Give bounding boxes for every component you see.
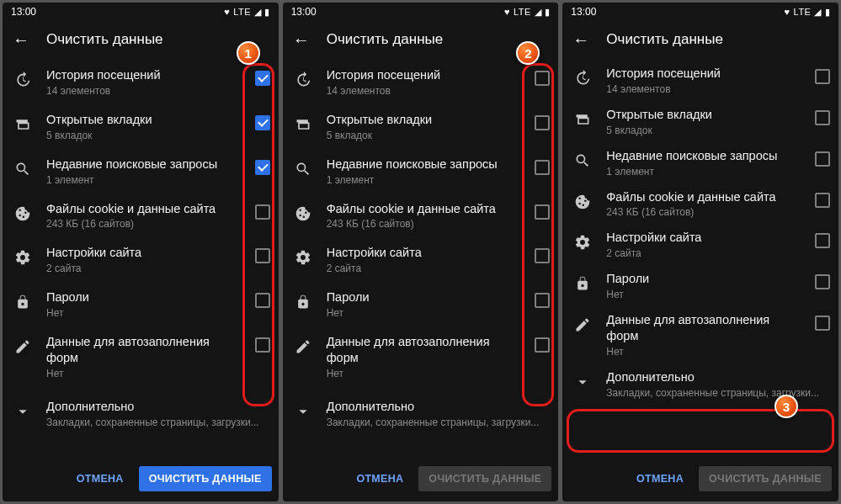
checkbox-tabs[interactable] (255, 115, 270, 130)
row-passwords[interactable]: ПаролиНет (283, 282, 559, 326)
edit-icon (13, 337, 33, 357)
row-autofill[interactable]: Данные для автозаполнения формНет (562, 306, 838, 363)
checkbox-autofill[interactable] (815, 316, 830, 331)
screen-3: 13:00 ♥ LTE ◢ ▮ ← Очистить данные Истори… (562, 3, 838, 501)
row-site-settings[interactable]: Настройки сайта2 сайта (3, 237, 279, 282)
expand-icon (13, 401, 33, 422)
cancel-button[interactable]: ОТМЕНА (346, 466, 413, 491)
row-title: История посещений (46, 67, 242, 83)
history-icon (572, 68, 593, 88)
checkbox-site-settings[interactable] (255, 248, 270, 263)
checkbox-cookies[interactable] (255, 204, 270, 220)
cancel-button[interactable]: ОТМЕНА (626, 466, 694, 491)
checkbox-passwords[interactable] (255, 293, 270, 308)
back-icon[interactable]: ← (572, 31, 589, 48)
screen-2: 13:00 ♥ LTE ◢ ▮ ← Очистить данные Истори… (283, 3, 559, 501)
status-icons: ♥ LTE ◢ ▮ (224, 7, 269, 18)
back-icon[interactable]: ← (293, 31, 310, 48)
page-title: Очистить данные (327, 31, 444, 48)
row-site-settings[interactable]: Настройки сайта2 сайта (562, 224, 838, 265)
checkbox-search[interactable] (815, 151, 830, 167)
gear-icon (293, 247, 313, 268)
checkbox-autofill[interactable] (255, 337, 270, 353)
row-cookies[interactable]: Файлы cookie и данные сайта243 КБ (16 са… (3, 194, 279, 238)
cookie-icon (13, 204, 33, 224)
page-title: Очистить данные (606, 31, 723, 48)
status-time: 13:00 (291, 6, 317, 18)
settings-list: История посещений14 элементов Открытые в… (283, 58, 559, 456)
lock-icon (572, 273, 593, 294)
checkbox-tabs[interactable] (815, 110, 830, 125)
row-tabs[interactable]: Открытые вкладки5 вкладок (562, 101, 838, 142)
expand-icon (572, 372, 593, 392)
tabs-icon (293, 114, 313, 135)
status-time: 13:00 (11, 6, 36, 18)
checkbox-passwords[interactable] (535, 293, 550, 308)
row-tabs[interactable]: Открытые вкладки5 вкладок (283, 104, 559, 149)
checkbox-cookies[interactable] (815, 193, 830, 208)
row-search[interactable]: Недавние поисковые запросы1 элемент (562, 142, 838, 183)
checkbox-cookies[interactable] (535, 204, 550, 220)
edit-icon (293, 337, 313, 357)
checkbox-history[interactable] (255, 71, 270, 86)
cookie-icon (572, 192, 593, 212)
tabs-icon (13, 114, 33, 135)
clear-button[interactable]: ОЧИСТИТЬ ДАННЫЕ (139, 466, 272, 491)
settings-list: История посещений14 элементов Открытые в… (562, 58, 838, 456)
clear-button-disabled: ОЧИСТИТЬ ДАННЫЕ (699, 466, 832, 491)
checkbox-passwords[interactable] (815, 274, 830, 289)
row-more[interactable]: ДополнительноЗакладки, сохраненные стран… (3, 387, 279, 436)
row-sub: 14 элементов (46, 85, 242, 97)
row-cookies[interactable]: Файлы cookie и данные сайта243 КБ (16 са… (283, 194, 559, 238)
checkbox-site-settings[interactable] (535, 248, 550, 263)
tabs-icon (572, 109, 593, 130)
statusbar: 13:00 ♥ LTE ◢ ▮ (562, 3, 838, 21)
footer: ОТМЕНА ОЧИСТИТЬ ДАННЫЕ (562, 456, 838, 501)
status-time: 13:00 (571, 6, 596, 18)
checkbox-history[interactable] (535, 71, 550, 86)
lock-icon (13, 292, 33, 312)
screen-1: 13:00 ♥ LTE ◢ ▮ ← Очистить данные Истори… (3, 3, 279, 501)
checkbox-tabs[interactable] (535, 115, 550, 130)
checkbox-site-settings[interactable] (815, 233, 830, 248)
status-icons: ♥ LTE ◢ ▮ (785, 7, 830, 18)
footer: ОТМЕНА ОЧИСТИТЬ ДАННЫЕ (3, 456, 279, 501)
cookie-icon (293, 204, 313, 224)
annotation-badge-3: 3 (774, 395, 798, 418)
row-passwords[interactable]: ПаролиНет (3, 282, 279, 326)
annotation-badge-1: 1 (237, 41, 260, 65)
row-cookies[interactable]: Файлы cookie и данные сайта243 КБ (16 са… (562, 183, 838, 225)
row-search[interactable]: Недавние поисковые запросы1 элемент (283, 149, 559, 194)
page-title: Очистить данные (46, 31, 163, 48)
row-passwords[interactable]: ПаролиНет (562, 265, 838, 306)
search-icon (13, 159, 33, 179)
titlebar: ← Очистить данные (562, 21, 838, 58)
statusbar: 13:00 ♥ LTE ◢ ▮ (3, 3, 279, 21)
row-autofill[interactable]: Данные для автозаполнения формНет (283, 326, 559, 387)
edit-icon (572, 315, 593, 335)
row-history[interactable]: История посещений14 элементов (3, 60, 279, 104)
clear-button-disabled: ОЧИСТИТЬ ДАННЫЕ (418, 466, 551, 491)
checkbox-search[interactable] (255, 160, 270, 175)
checkbox-history[interactable] (815, 69, 830, 84)
history-icon (13, 70, 33, 90)
row-search[interactable]: Недавние поисковые запросы1 элемент (3, 149, 279, 194)
row-history[interactable]: История посещений14 элементов (562, 60, 838, 101)
row-site-settings[interactable]: Настройки сайта2 сайта (283, 237, 559, 282)
checkbox-search[interactable] (535, 160, 550, 175)
lock-icon (293, 292, 313, 312)
back-icon[interactable]: ← (13, 31, 29, 48)
settings-list: История посещений14 элементов Открытые в… (3, 58, 279, 456)
row-more[interactable]: ДополнительноЗакладки, сохраненные стран… (283, 387, 559, 436)
search-icon (572, 151, 593, 171)
gear-icon (572, 232, 593, 252)
row-tabs[interactable]: Открытые вкладки5 вкладок (3, 104, 279, 149)
row-autofill[interactable]: Данные для автозаполнения формНет (3, 326, 279, 387)
checkbox-autofill[interactable] (535, 337, 550, 353)
cancel-button[interactable]: ОТМЕНА (67, 466, 134, 491)
row-history[interactable]: История посещений14 элементов (283, 60, 559, 104)
status-icons: ♥ LTE ◢ ▮ (504, 7, 550, 18)
expand-icon (293, 401, 313, 422)
search-icon (293, 159, 313, 179)
row-more[interactable]: ДополнительноЗакладки, сохраненные стран… (562, 363, 838, 405)
